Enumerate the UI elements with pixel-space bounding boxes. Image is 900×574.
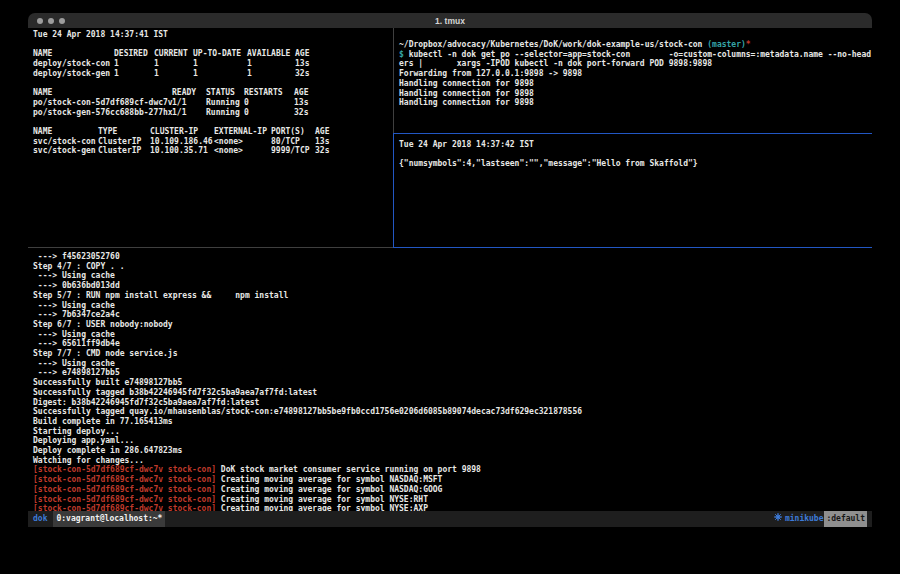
kube-context-indicator: minikube :default xyxy=(774,511,867,527)
table-row: svc/stock-genClusterIP10.100.35.71<none>… xyxy=(33,146,393,156)
column-header: STATUS xyxy=(206,88,244,98)
table-cell: 10.109.186.46 xyxy=(150,137,214,147)
table-cell: po/stock-con-5d7df689cf-dwc7v xyxy=(33,98,172,108)
column-header: AGE xyxy=(294,88,393,98)
column-header: DESIRED xyxy=(114,49,154,59)
terminal-line: ---> Using cache xyxy=(33,330,872,340)
pane-kubectl-watch[interactable]: Tue 24 Apr 2018 14:37:41 IST NAMEDESIRED… xyxy=(28,28,393,247)
table-row: po/stock-gen-576cc688bb-277hx1/1Running0… xyxy=(33,108,393,118)
table-header-row: NAMETYPECLUSTER-IPEXTERNAL-IPPORT(S)AGE xyxy=(33,127,393,137)
table-cell: 13s xyxy=(294,98,393,108)
terminal-line: ers | xargs -IPOD kubectl -n dok port-fo… xyxy=(399,59,872,69)
terminal-line: Handling connection for 9898 xyxy=(399,89,872,99)
column-header: AGE xyxy=(295,49,393,59)
terminal-line: Handling connection for 9898 xyxy=(399,98,872,108)
table-cell: 32s xyxy=(294,108,393,118)
terminal-line: Successfully tagged quay.io/mhausenblas/… xyxy=(33,407,872,417)
table-cell: 1 xyxy=(114,69,154,79)
table-cell: 0 xyxy=(244,108,294,118)
table-cell: 1 xyxy=(154,59,193,69)
terminal-line xyxy=(399,150,872,160)
terminal-line: Starting deploy... xyxy=(33,427,872,437)
table-cell: 13s xyxy=(315,137,393,147)
terminal-line: ---> e74898127bb5 xyxy=(33,368,872,378)
table-cell: 80/TCP xyxy=(271,137,315,147)
terminal-line: ---> 7b6347ce2a4c xyxy=(33,310,872,320)
terminal-line: Forwarding from 127.0.0.1:9898 -> 9898 xyxy=(399,69,872,79)
terminal-line: {"numsymbols":4,"lastseen":"","message":… xyxy=(399,159,872,169)
table-cell: 1 xyxy=(114,59,154,69)
pane-json-output-active[interactable]: Tue 24 Apr 2018 14:37:42 IST{"numsymbols… xyxy=(394,134,872,247)
pane-port-forward-shell[interactable]: ~/Dropbox/advocacy/Kubernetes/DoK/work/d… xyxy=(394,28,872,133)
table-cell: deploy/stock-con xyxy=(33,59,114,69)
table-cell: <none> xyxy=(214,137,271,147)
terminal-line: ---> 65611ff9db4e xyxy=(33,339,872,349)
table-row: deploy/stock-con111113s xyxy=(33,59,393,69)
column-header: NAME xyxy=(33,127,98,137)
tmux-terminal-window: 1. tmux Tue 24 Apr 2018 14:37:41 IST NAM… xyxy=(28,13,872,527)
terminal-line: [stock-con-5d7df689cf-dwc7v stock-con] C… xyxy=(33,475,872,485)
table-cell: svc/stock-gen xyxy=(33,146,98,156)
table-header-row: NAMEREADYSTATUSRESTARTSAGE xyxy=(33,88,393,98)
pods-table: NAMEREADYSTATUSRESTARTSAGEpo/stock-con-5… xyxy=(33,88,393,117)
terminal-line: ~/Dropbox/advocacy/Kubernetes/DoK/work/d… xyxy=(399,40,872,50)
column-header: READY xyxy=(172,88,206,98)
table-cell: svc/stock-con xyxy=(33,137,98,147)
table-cell: deploy/stock-gen xyxy=(33,69,114,79)
column-header: AVAILABLE xyxy=(247,49,295,59)
column-header: RESTARTS xyxy=(244,88,294,98)
terminal-line: [stock-con-5d7df689cf-dwc7v stock-con] C… xyxy=(33,495,872,505)
table-cell: 13s xyxy=(295,59,393,69)
table-cell: 10.100.35.71 xyxy=(150,146,214,156)
terminal-line: [stock-con-5d7df689cf-dwc7v stock-con] D… xyxy=(33,465,872,475)
table-cell: 9999/TCP xyxy=(271,146,315,156)
kube-context-namespace: :default xyxy=(824,511,867,527)
column-header: UP-TO-DATE xyxy=(193,49,247,59)
terminal-line: Step 6/7 : USER nobody:nobody xyxy=(33,320,872,330)
services-table: NAMETYPECLUSTER-IPEXTERNAL-IPPORT(S)AGEs… xyxy=(33,127,393,156)
column-header: CURRENT xyxy=(154,49,193,59)
table-row: deploy/stock-gen111132s xyxy=(33,69,393,79)
tmux-session-name: dok xyxy=(33,511,47,527)
table-cell: 1 xyxy=(154,69,193,79)
terminal-line: [stock-con-5d7df689cf-dwc7v stock-con] C… xyxy=(33,485,872,495)
column-header: NAME xyxy=(33,88,172,98)
terminal-line: [stock-con-5d7df689cf-dwc7v stock-con] C… xyxy=(33,504,872,511)
terminal-line: Watching for changes... xyxy=(33,456,872,466)
terminal-line: Build complete in 77.165413ms xyxy=(33,417,872,427)
table-row: po/stock-con-5d7df689cf-dwc7v1/1Running0… xyxy=(33,98,393,108)
timestamp: Tue 24 Apr 2018 14:37:41 IST xyxy=(33,30,393,40)
column-header: PORT(S) xyxy=(271,127,315,137)
terminal-line: ---> 0b636bd013dd xyxy=(33,281,872,291)
terminal-line: Successfully built e74898127bb5 xyxy=(33,378,872,388)
kube-context-name: minikube xyxy=(785,511,824,527)
terminal-line: ---> Using cache xyxy=(33,359,872,369)
terminal-line: Deploy complete in 286.647823ms xyxy=(33,446,872,456)
pane-build-log[interactable]: ---> f45623052760Step 4/7 : COPY . . ---… xyxy=(28,248,872,511)
table-cell: 1/1 xyxy=(172,108,206,118)
window-titlebar[interactable]: 1. tmux xyxy=(28,13,872,28)
terminal-line: Handling connection for 9898 xyxy=(399,79,872,89)
tmux-status-bar: dok 0:vagrant@localhost:~* minikube :def… xyxy=(28,511,872,527)
terminal-line: Step 7/7 : CMD node service.js xyxy=(33,349,872,359)
table-cell: 0 xyxy=(244,98,294,108)
table-cell: 32s xyxy=(315,146,393,156)
table-row: svc/stock-conClusterIP10.109.186.46<none… xyxy=(33,137,393,147)
deployments-table: NAMEDESIREDCURRENTUP-TO-DATEAVAILABLEAGE… xyxy=(33,49,393,78)
table-cell: ClusterIP xyxy=(98,146,150,156)
terminal-line: Successfully tagged b38b42246945fd7f32c5… xyxy=(33,388,872,398)
table-header-row: NAMEDESIREDCURRENTUP-TO-DATEAVAILABLEAGE xyxy=(33,49,393,59)
column-header: TYPE xyxy=(98,127,150,137)
terminal-line: Deploying app.yaml... xyxy=(33,436,872,446)
terminal-line: $ kubectl -n dok get po --selector=app=s… xyxy=(399,50,872,60)
table-cell: 1 xyxy=(193,69,247,79)
table-cell: Running xyxy=(206,108,244,118)
column-header: CLUSTER-IP xyxy=(150,127,214,137)
terminal-line: ---> f45623052760 xyxy=(33,252,872,262)
window-title: 1. tmux xyxy=(28,16,872,26)
table-cell: Running xyxy=(206,98,244,108)
terminal-line: Step 5/7 : RUN npm install express && np… xyxy=(33,291,872,301)
tmux-window-item[interactable]: 0:vagrant@localhost:~* xyxy=(53,511,165,527)
table-cell: ClusterIP xyxy=(98,137,150,147)
table-cell: 1 xyxy=(247,69,295,79)
